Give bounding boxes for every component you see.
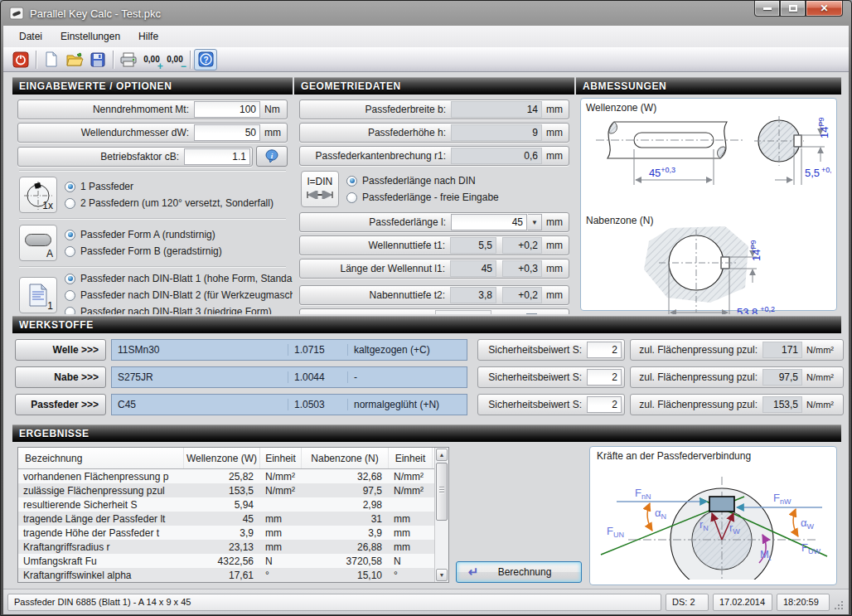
svg-text:FnW: FnW [773, 492, 791, 506]
svg-text:14P9: 14P9 [749, 240, 762, 261]
exit-button[interactable] [9, 49, 32, 70]
flaechenpressung-row: zul. Flächenpressung pzul: 153,5 N/mm² [630, 394, 844, 415]
sicherheitsbeiwert-input[interactable]: 2 [587, 342, 622, 358]
save-file-icon [90, 52, 105, 67]
table-row: Kraftangriffswinkel alpha17,61°15,10° [18, 568, 434, 582]
info-button[interactable]: i [256, 146, 288, 167]
menu-einstellungen[interactable]: Einstellungen [51, 27, 129, 46]
material-number: 1.0044 [288, 371, 347, 383]
passfeder-material-button[interactable]: Passfeder >>> [15, 394, 106, 415]
din-sheet-icon: 1 [19, 277, 57, 313]
nabe-material-button[interactable]: Nabe >>> [15, 366, 106, 388]
decimals-plus-icon: 0,00+ [143, 56, 159, 64]
scrollbar-thumb[interactable] [436, 463, 448, 521]
save-file-button[interactable] [86, 49, 109, 70]
betriebsfaktor-input[interactable]: 1.1 [184, 148, 250, 165]
new-file-button[interactable] [40, 49, 63, 70]
panel-abmessungen: ABMESSUNGEN Wellenzone (W) 45+0,3 [576, 77, 841, 314]
nabennuttiefe-value: 3,8 [450, 287, 496, 303]
forces-diagram-panel: Kräfte an der Passfederverbindung FnN Fn… [589, 446, 837, 585]
status-date: 17.02.2014 [713, 594, 772, 611]
auto-checkbox[interactable] [526, 313, 537, 315]
radio-icon [65, 246, 75, 257]
nenndrehmoment-unit: Nm [260, 104, 285, 115]
material-fields: S275JR 1.0044 - [111, 366, 467, 388]
radio-form-a[interactable]: Passfeder Form A (rundstirnig) [65, 229, 222, 240]
svg-text:αN: αN [655, 507, 666, 521]
table-row: Umfangskraft Fu4322,56N3720,58N [18, 554, 434, 568]
menu-hilfe[interactable]: Hilfe [129, 27, 167, 46]
radio-laenge-din[interactable]: Passfederlänge nach DIN [346, 175, 499, 187]
resize-grip[interactable] [834, 596, 845, 608]
sicherheitsbeiwert-row: Sicherheitsbeiwert S: 2 [477, 339, 625, 361]
open-file-icon [66, 52, 84, 67]
table-scrollbar[interactable]: ▲ ▼ [434, 448, 448, 582]
scroll-down-icon[interactable]: ▼ [436, 569, 448, 581]
radio-icon [346, 192, 357, 203]
material-fields: C45 1.0503 normalgeglüht (+N) [111, 394, 467, 415]
wellennut-laenge-label: Länge der Wellennut l1: [302, 263, 450, 274]
table-row: zulässige Flächenpressung pzul153,5N/mm²… [18, 483, 434, 497]
radio-2-passfedern[interactable]: 2 Passfedern (um 120° versetzt, Sonderfa… [65, 197, 274, 209]
material-row-nabe: Nabe >>> S275JR 1.0044 - Sicherheitsbeiw… [15, 366, 844, 388]
maximize-button[interactable] [780, 1, 806, 17]
nenndrehmoment-label: Nenndrehmoment Mt: [20, 104, 194, 115]
material-treatment: - [347, 371, 467, 383]
field-row: Passfederlänge l: 45 ▼ mm [299, 212, 569, 232]
svg-text:?: ? [203, 56, 208, 65]
nenndrehmoment-input[interactable]: 100 [194, 101, 260, 118]
section-header-geometriedaten: GEOMETRIEDATEN [294, 77, 574, 95]
nabenlaenge-input: 31 [435, 310, 491, 314]
open-file-button[interactable] [63, 49, 86, 70]
sicherheitsbeiwert-row: Sicherheitsbeiwert S: 2 [477, 366, 625, 388]
app-icon [9, 7, 24, 20]
material-name: S275JR [112, 371, 288, 383]
svg-text:FUN: FUN [607, 525, 624, 539]
radio-form-b[interactable]: Passfeder Form B (geradstirnig) [65, 245, 222, 257]
field-row: Wellendurchmesser dW: 50 mm [17, 123, 288, 143]
status-bar: Passfeder DIN 6885 (Blatt 1) - A 14 x 9 … [3, 589, 849, 614]
sicherheitsbeiwert-row: Sicherheitsbeiwert S: 2 [477, 394, 625, 415]
client-area: EINGABEWERTE / OPTIONEN Nenndrehmoment M… [3, 72, 849, 613]
svg-text:45+0,3: 45+0,3 [649, 166, 675, 179]
welle-material-button[interactable]: Welle >>> [15, 339, 106, 361]
status-ds: DS: 2 [666, 594, 709, 611]
chevron-down-icon[interactable]: ▼ [528, 214, 542, 230]
wellendurchmesser-input[interactable]: 50 [194, 124, 260, 141]
window-title: Parallel Key Calc - Test.pkc [30, 7, 161, 20]
material-number: 1.0503 [288, 399, 347, 410]
radio-din-blatt-1[interactable]: Passfeder nach DIN-Blatt 1 (hohe Form, S… [65, 273, 293, 284]
section-header-abmessungen: ABMESSUNGEN [576, 77, 841, 95]
svg-text:FnN: FnN [635, 487, 651, 501]
radio-laenge-frei[interactable]: Passfederlänge - freie Eingabe [346, 192, 499, 203]
forces-diagram-title: Kräfte an der Passfederverbindung [597, 450, 830, 462]
wellennut-laenge-value: 45 [450, 260, 496, 277]
sicherheitsbeiwert-input[interactable]: 2 [587, 369, 622, 386]
sicherheitsbeiwert-input[interactable]: 2 [587, 396, 622, 413]
minimize-button[interactable] [754, 1, 780, 17]
decimals-decrease-button[interactable]: 0,00− [163, 49, 186, 70]
close-button[interactable]: ✕ [806, 1, 843, 17]
radio-din-blatt-3[interactable]: Passfeder nach DIN-Blatt 3 (niedrige For… [65, 306, 293, 314]
passfederlaenge-label: Passfederlänge l: [302, 216, 451, 228]
radio-1-passfeder[interactable]: 1 Passfeder [65, 181, 274, 192]
help-button[interactable]: ? [194, 49, 217, 70]
svg-text:FUW: FUW [801, 541, 821, 555]
material-name: C45 [112, 399, 288, 410]
print-button[interactable] [117, 49, 140, 70]
field-row: Länge der Wellennut l1: 45 +0,3 mm [299, 259, 569, 279]
scroll-up-icon[interactable]: ▲ [436, 449, 448, 461]
divider [19, 218, 286, 220]
panel-eingabewerte: EINGABEWERTE / OPTIONEN Nenndrehmoment M… [12, 77, 293, 314]
table-header: Bezeichnung Wellenzone (W) Einheit Naben… [18, 448, 434, 469]
new-file-icon [44, 51, 59, 67]
berechnung-button[interactable]: ↵ Berechnung [456, 561, 582, 583]
menu-datei[interactable]: Datei [10, 27, 51, 46]
decimals-increase-button[interactable]: 0,00+ [140, 49, 163, 70]
passfederlaenge-select[interactable]: 45 [451, 214, 527, 230]
key-form-icon: A [19, 225, 57, 261]
key-form-group: A Passfeder Form A (rundstirnig) Passfed… [17, 223, 288, 263]
exit-icon [12, 51, 29, 68]
divider [19, 266, 286, 268]
radio-din-blatt-2[interactable]: Passfeder nach DIN-Blatt 2 (für Werkzeug… [65, 289, 293, 301]
